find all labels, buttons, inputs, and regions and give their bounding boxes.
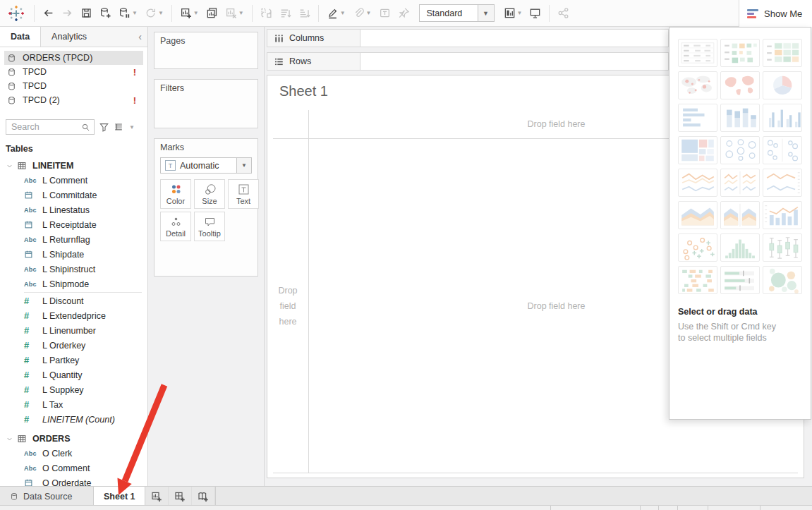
showme-thumb-horizontal-bars[interactable] [678,104,717,132]
mark-type-dropdown[interactable]: T Automatic ▼ [160,157,252,174]
showme-thumb-pie-chart[interactable] [763,71,802,99]
highlight-button[interactable]: ▼ [323,3,349,24]
data-source-item[interactable]: TPCD! [4,65,143,79]
showme-thumb-histogram[interactable] [720,233,760,262]
table-group-lineitem[interactable]: LINEITEM [0,159,147,173]
mark-type-caret-icon[interactable]: ▼ [236,158,251,173]
new-data-source-button[interactable] [96,3,115,24]
view-list-icon[interactable] [114,122,123,132]
field-item[interactable]: AbcO Comment [0,461,147,475]
field-item[interactable]: #LINEITEM (Count) [0,412,147,427]
show-mark-labels-button[interactable] [375,3,394,24]
search-input[interactable] [10,121,81,133]
showme-thumb-gantt[interactable] [678,266,717,294]
showme-thumb-bullet-graph[interactable] [720,266,760,294]
data-source-item[interactable]: ORDERS (TPCD) [4,51,143,65]
field-item[interactable]: O Orderdate [0,475,147,487]
field-item[interactable]: #L Suppkey [0,382,147,397]
group-members-caret-icon[interactable]: ▼ [366,10,372,16]
field-item[interactable]: AbcL Linestatus [0,202,147,217]
field-item[interactable]: L Commitdate [0,188,147,202]
showme-thumb-treemap[interactable] [678,136,717,164]
filters-shelf[interactable]: Filters [154,79,258,128]
show-me-button[interactable]: Show Me [739,0,812,27]
bottom-tab-sheet-1[interactable]: Sheet 1 [93,487,145,506]
highlight-caret-icon[interactable]: ▼ [340,10,346,16]
field-item[interactable]: #L Linenumber [0,323,147,338]
new-story-button[interactable] [192,487,215,506]
field-item[interactable]: AbcL Returnflag [0,232,147,247]
showme-thumb-packed-bubbles[interactable] [763,266,802,294]
showme-thumb-dual-combination[interactable] [763,201,802,229]
clear-sheet-button[interactable]: ▼ [222,3,248,24]
data-source-item[interactable]: TPCD [4,79,143,93]
marks-tooltip-button[interactable]: Tooltip [194,212,225,241]
data-pane-tab-data[interactable]: Data [0,27,41,47]
pages-shelf[interactable]: Pages [154,32,258,69]
bottom-tab-data-source[interactable]: Data Source [0,487,85,506]
field-item[interactable]: #L Tax [0,397,147,412]
save-button[interactable] [77,3,96,24]
table-group-orders[interactable]: ORDERS [0,432,147,446]
showme-thumb-lines-discrete[interactable] [720,169,760,197]
collapse-pane-icon[interactable]: ‹ [138,27,142,47]
pause-auto-updates-button[interactable]: ▼ [115,3,141,24]
show-hide-cards-button[interactable]: ▼ [500,3,526,24]
field-item[interactable]: AbcL Shipinstruct [0,262,147,277]
field-item[interactable]: AbcL Shipmode [0,277,147,291]
clear-sheet-caret-icon[interactable]: ▼ [238,10,244,16]
fit-selector-caret-icon[interactable]: ▼ [478,5,494,21]
data-source-item[interactable]: TPCD (2)! [4,93,143,107]
redo-button[interactable] [58,3,77,24]
showme-thumb-side-by-side-circles[interactable] [763,136,802,164]
group-members-button[interactable]: ▼ [349,3,375,24]
run-auto-updates-button[interactable]: ▼ [141,3,167,24]
field-item[interactable]: #L Orderkey [0,338,147,353]
marks-detail-button[interactable]: Detail [160,212,191,241]
sort-descending-button[interactable] [295,3,314,24]
fit-selector[interactable]: Standard▼ [419,4,495,22]
chevron-down-icon[interactable] [6,162,13,170]
view-list-caret-icon[interactable]: ▼ [129,124,135,130]
showme-thumb-highlight-table[interactable] [720,39,760,67]
field-item[interactable]: L Receiptdate [0,217,147,232]
presentation-mode-button[interactable] [526,3,545,24]
field-item[interactable]: #L Quantity [0,368,147,382]
showme-thumb-area-continuous[interactable] [678,201,717,229]
showme-thumb-text-table[interactable] [678,39,717,67]
data-pane-tab-analytics[interactable]: Analytics [41,27,97,47]
showme-thumb-box-and-whisker[interactable] [763,233,802,262]
columns-shelf[interactable]: Columns [267,29,669,47]
show-hide-cards-caret-icon[interactable]: ▼ [517,10,523,16]
showme-thumb-lines-continuous[interactable] [678,169,717,197]
marks-size-button[interactable]: Size [194,179,225,209]
showme-thumb-dual-lines[interactable] [763,169,802,197]
new-dashboard-button[interactable] [169,487,192,506]
share-workbook-button[interactable] [554,3,573,24]
showme-thumb-symbol-map[interactable] [678,71,717,99]
field-item[interactable]: AbcL Comment [0,173,147,188]
pause-auto-updates-caret-icon[interactable]: ▼ [132,10,138,16]
showme-thumb-area-discrete[interactable] [720,201,760,229]
marks-text-button[interactable]: Text [228,179,259,209]
filter-icon[interactable] [99,122,109,133]
duplicate-sheet-button[interactable] [202,3,222,24]
new-worksheet-button[interactable] [145,487,169,506]
chevron-down-icon[interactable] [6,435,13,443]
marks-color-button[interactable]: Color [160,179,191,209]
rows-shelf[interactable]: Rows [267,52,669,71]
showme-thumb-heatmap[interactable] [763,39,802,67]
sort-ascending-button[interactable] [276,3,295,24]
new-worksheet-caret-icon[interactable]: ▼ [193,10,199,16]
run-auto-updates-caret-icon[interactable]: ▼ [158,10,164,16]
undo-button[interactable] [39,3,58,24]
field-item[interactable]: #L Partkey [0,353,147,368]
showme-thumb-side-by-side-bars[interactable] [763,104,802,132]
drop-zone-left[interactable]: Dropfieldhere [267,138,308,473]
new-worksheet-button[interactable]: ▼ [176,3,202,24]
showme-thumb-scatter-plot[interactable] [678,233,717,262]
showme-thumb-filled-map[interactable] [720,71,760,99]
swap-rows-columns-button[interactable] [257,3,276,24]
field-item[interactable]: AbcO Clerk [0,446,147,461]
fix-axes-button[interactable] [394,3,413,24]
